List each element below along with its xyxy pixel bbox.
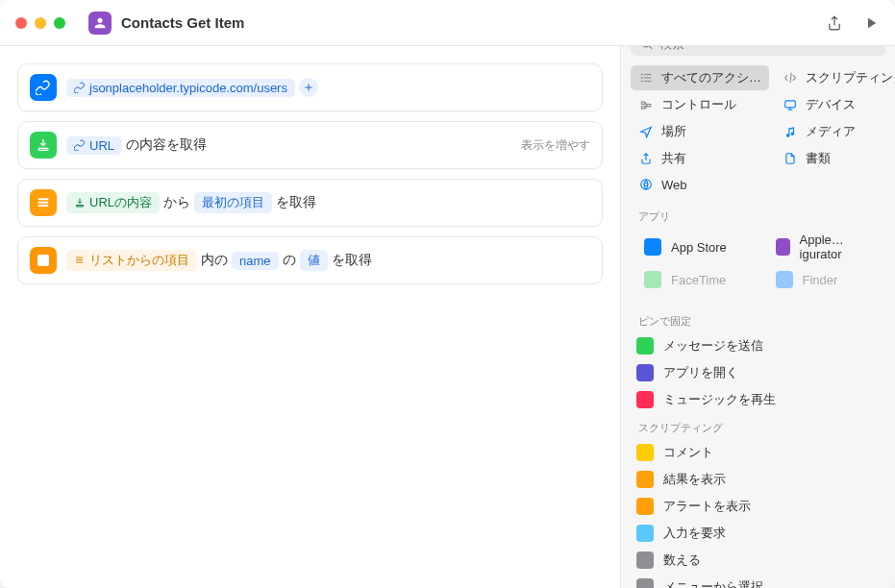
- action-label: の内容を取得: [126, 136, 207, 154]
- svg-rect-14: [644, 81, 651, 82]
- category-item[interactable]: すべてのアクシ…: [631, 65, 769, 90]
- app-icon: [644, 238, 661, 256]
- app-item[interactable]: FaceTime: [629, 266, 757, 293]
- app-label: Finder: [803, 273, 838, 287]
- svg-rect-16: [641, 107, 645, 109]
- action-label: メニューから選択: [663, 578, 763, 588]
- fullscreen-window-button[interactable]: [54, 17, 65, 29]
- url-value-token[interactable]: jsonplaceholder.typicode.com/users: [66, 79, 295, 97]
- svg-rect-0: [38, 198, 49, 200]
- shortcut-icon: [88, 12, 112, 35]
- get-item-action-card[interactable]: URLの内容 から 最初の項目 を取得: [17, 179, 603, 227]
- list-item[interactable]: アラートを表示: [621, 493, 895, 520]
- category-icon: [638, 97, 654, 112]
- category-label: 場所: [661, 123, 686, 140]
- svg-rect-2: [38, 205, 49, 207]
- app-item[interactable]: App Store: [629, 228, 757, 266]
- app-icon: [644, 271, 661, 288]
- category-item[interactable]: メディア: [775, 119, 895, 144]
- search-input[interactable]: [659, 46, 876, 51]
- show-more-button[interactable]: 表示を増やす: [521, 137, 590, 154]
- svg-rect-18: [785, 101, 796, 108]
- category-label: 共有: [661, 150, 686, 167]
- category-item[interactable]: 共有: [631, 146, 769, 171]
- minimize-window-button[interactable]: [35, 17, 46, 29]
- category-icon: [638, 124, 654, 139]
- action-icon: [636, 391, 654, 408]
- action-icon: [636, 551, 654, 569]
- list-item[interactable]: コメント: [621, 439, 895, 466]
- category-label: 書類: [806, 150, 831, 167]
- category-label: すべてのアクシ…: [661, 69, 761, 86]
- category-icon: [638, 151, 654, 166]
- scripting-section-title: スクリプティング: [621, 413, 895, 439]
- url-action-card[interactable]: jsonplaceholder.typicode.com/users ＋: [17, 63, 603, 111]
- category-item[interactable]: 場所: [631, 119, 769, 144]
- list-item[interactable]: アプリを開く: [621, 359, 895, 386]
- category-label: メディア: [806, 123, 856, 140]
- action-icon: [636, 471, 654, 488]
- action-label: 数える: [663, 551, 701, 569]
- action-label: 入力を要求: [663, 525, 726, 542]
- actions-sidebar: すべてのアクシ…スクリプティングコントロールデバイス場所メディア共有書類Web …: [620, 46, 895, 588]
- url-variable-token[interactable]: URL: [66, 136, 122, 155]
- svg-rect-9: [641, 74, 643, 75]
- list-item[interactable]: メニューから選択: [621, 574, 895, 588]
- list-item[interactable]: メッセージを送信: [621, 332, 895, 359]
- category-item[interactable]: Web: [631, 173, 769, 196]
- action-label: ミュージックを再生: [663, 391, 776, 408]
- window-controls: [15, 17, 65, 29]
- contents-variable-token[interactable]: URLの内容: [66, 192, 160, 213]
- get-dictionary-action-card[interactable]: リストからの項目 内の name の 値 を取得: [17, 236, 603, 284]
- run-icon[interactable]: [862, 14, 880, 32]
- close-window-button[interactable]: [15, 17, 27, 29]
- link-icon: [30, 74, 57, 101]
- category-item[interactable]: スクリプティング: [775, 65, 895, 90]
- app-label: App Store: [671, 240, 727, 255]
- svg-rect-13: [641, 81, 643, 82]
- app-icon: [776, 271, 793, 288]
- action-label: 結果を表示: [663, 471, 726, 488]
- search-icon: [640, 46, 654, 51]
- action-label: アラートを表示: [663, 498, 751, 515]
- get-contents-action-card[interactable]: URL の内容を取得 表示を増やす: [17, 121, 603, 169]
- value-token[interactable]: 値: [300, 250, 328, 271]
- svg-rect-1: [38, 202, 49, 204]
- category-label: スクリプティング: [806, 69, 895, 86]
- scripting-list: コメント結果を表示アラートを表示入力を要求数えるメニューから選択: [621, 439, 895, 588]
- list-item[interactable]: 結果を表示: [621, 466, 895, 493]
- category-label: コントロール: [661, 96, 736, 113]
- list-item[interactable]: 入力を要求: [621, 520, 895, 547]
- action-icon: [636, 578, 654, 588]
- svg-rect-12: [644, 77, 651, 78]
- category-item[interactable]: デバイス: [775, 92, 895, 117]
- add-url-button[interactable]: ＋: [299, 78, 318, 97]
- pinned-section-title: ピンで固定: [621, 306, 895, 332]
- list-item-variable-token[interactable]: リストからの項目: [66, 250, 197, 271]
- workflow-editor: jsonplaceholder.typicode.com/users ＋ URL…: [0, 46, 620, 588]
- svg-rect-6: [76, 262, 83, 263]
- category-item[interactable]: コントロール: [631, 92, 769, 117]
- list-item[interactable]: ミュージックを再生: [621, 386, 895, 413]
- category-icon: [783, 70, 798, 86]
- category-icon: [783, 124, 798, 139]
- action-label: アプリを開く: [663, 364, 738, 381]
- categories-grid: すべてのアクシ…スクリプティングコントロールデバイス場所メディア共有書類Web: [621, 63, 895, 202]
- apps-grid: App StoreApple…iguratorFaceTimeFinder: [621, 228, 895, 299]
- svg-rect-11: [641, 77, 643, 78]
- list-item[interactable]: 数える: [621, 547, 895, 574]
- action-label: コメント: [663, 444, 713, 461]
- app-item[interactable]: Apple…igurator: [760, 228, 888, 266]
- category-icon: [783, 97, 798, 112]
- category-item[interactable]: 書類: [775, 146, 895, 171]
- first-item-token[interactable]: 最初の項目: [194, 192, 272, 213]
- app-item[interactable]: Finder: [760, 266, 888, 293]
- action-icon: [636, 498, 654, 515]
- search-box[interactable]: [631, 46, 885, 56]
- svg-rect-15: [641, 102, 645, 104]
- apps-section-title: アプリ: [621, 202, 895, 228]
- share-icon[interactable]: [826, 14, 843, 32]
- titlebar: Contacts Get Item: [0, 0, 895, 46]
- key-token[interactable]: name: [232, 252, 279, 270]
- pinned-list: メッセージを送信アプリを開くミュージックを再生: [621, 332, 895, 413]
